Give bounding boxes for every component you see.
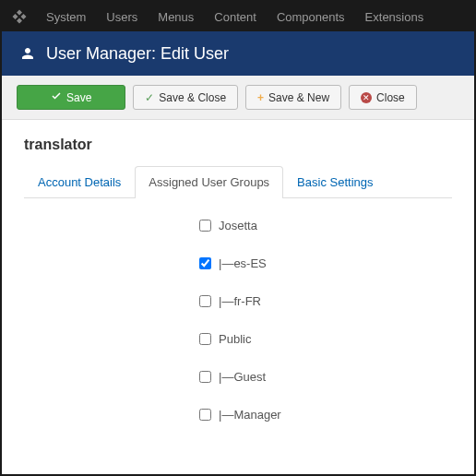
menu-content[interactable]: Content xyxy=(205,10,266,24)
save-label: Save xyxy=(66,91,91,104)
tab-account-details[interactable]: Account Details xyxy=(24,166,135,197)
joomla-logo-icon[interactable] xyxy=(9,6,30,27)
group-checkbox-guest[interactable] xyxy=(199,371,211,383)
group-checkbox-public[interactable] xyxy=(199,333,211,345)
save-button[interactable]: Save xyxy=(17,85,125,110)
save-new-label: Save & New xyxy=(268,91,329,104)
menu-system[interactable]: System xyxy=(37,10,95,24)
menu-extensions[interactable]: Extensions xyxy=(356,10,434,24)
tab-assigned-user-groups[interactable]: Assigned User Groups xyxy=(135,166,283,198)
group-label: |—Guest xyxy=(219,370,266,384)
save-close-label: Save & Close xyxy=(159,91,226,104)
group-checkbox-fr-fr[interactable] xyxy=(199,295,211,307)
group-label: |—es-ES xyxy=(219,256,267,270)
save-new-button[interactable]: + Save & New xyxy=(245,85,341,110)
group-label: |—fr-FR xyxy=(219,294,261,308)
user-icon xyxy=(18,44,37,63)
menu-users[interactable]: Users xyxy=(97,10,147,24)
check-icon: ✓ xyxy=(145,91,154,104)
user-groups-list: Josetta |—es-ES |—fr-FR Public |—Guest |… xyxy=(24,198,452,422)
group-item[interactable]: |—fr-FR xyxy=(199,294,452,308)
group-item[interactable]: |—es-ES xyxy=(199,256,452,270)
group-item[interactable]: Public xyxy=(199,332,452,346)
content-area: translator Account Details Assigned User… xyxy=(2,120,474,462)
group-checkbox-josetta[interactable] xyxy=(199,220,211,232)
apply-icon xyxy=(51,90,62,104)
menu-components[interactable]: Components xyxy=(268,10,354,24)
group-checkbox-es-es[interactable] xyxy=(199,257,211,269)
close-icon: ✕ xyxy=(361,92,372,103)
group-checkbox-manager[interactable] xyxy=(199,409,211,421)
plus-icon: + xyxy=(257,91,264,104)
tabs: Account Details Assigned User Groups Bas… xyxy=(24,166,452,198)
close-label: Close xyxy=(376,91,405,104)
group-label: |—Manager xyxy=(219,408,281,422)
close-button[interactable]: ✕ Close xyxy=(349,85,417,110)
menu-menus[interactable]: Menus xyxy=(149,10,203,24)
header-title: User Manager: Edit User xyxy=(46,44,229,64)
top-menu-bar: System Users Menus Content Components Ex… xyxy=(2,2,474,31)
tab-basic-settings[interactable]: Basic Settings xyxy=(283,166,387,197)
page-header: User Manager: Edit User xyxy=(2,31,474,76)
group-label: Public xyxy=(219,332,251,346)
save-close-button[interactable]: ✓ Save & Close xyxy=(133,85,238,110)
group-label: Josetta xyxy=(219,219,257,232)
group-item[interactable]: |—Guest xyxy=(199,370,452,384)
page-title: translator xyxy=(24,137,452,153)
group-item[interactable]: |—Manager xyxy=(199,408,452,422)
action-toolbar: Save ✓ Save & Close + Save & New ✕ Close xyxy=(2,76,474,120)
group-item[interactable]: Josetta xyxy=(199,219,452,232)
